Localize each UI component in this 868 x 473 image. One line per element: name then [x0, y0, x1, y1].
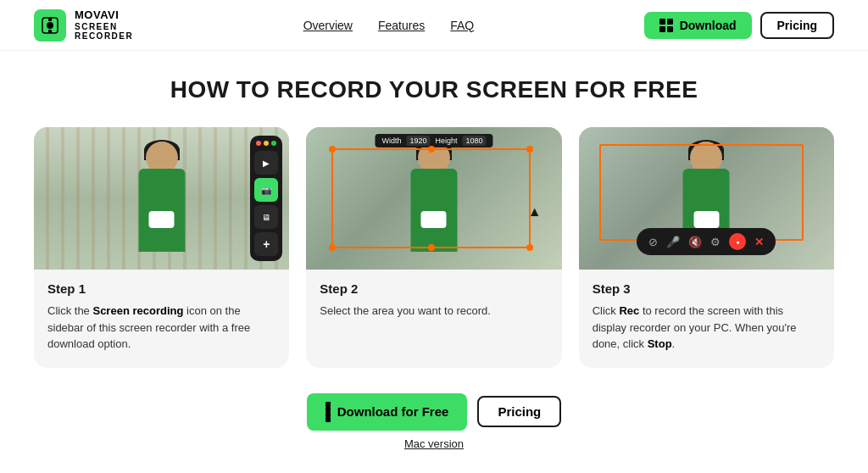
svg-point-1 [47, 22, 53, 29]
step-2-content: Step 2 Select the area you want to recor… [306, 270, 561, 335]
body-1 [138, 169, 185, 252]
download-free-label: Download for Free [337, 404, 449, 419]
logo-sub1: SCREEN [75, 22, 133, 31]
main-content: HOW TO RECORD YOUR SCREEN FOR FREE [0, 51, 868, 467]
logo-text: MOVAVI SCREEN RECORDER [75, 9, 133, 40]
step-3-text: Click Rec to record the screen with this… [593, 303, 821, 353]
sidebar-icon-4: + [254, 232, 278, 256]
plus-icon: + [263, 237, 270, 251]
sidebar-icon-1: ▶ [254, 151, 278, 175]
step-1-text: Click the Screen recording icon on the s… [47, 303, 275, 353]
steps-grid: ▶ 📷 🖥 + Step 1 Click the Screen rec [34, 127, 834, 368]
step-1-label: Step 1 [47, 281, 275, 296]
step-2-image: Width 1920 Height 1080 ▲ [306, 127, 561, 270]
close-recording-icon: ✕ [754, 236, 764, 248]
settings-icon: ⚙ [710, 236, 721, 248]
selection-outline-3 [599, 144, 804, 241]
height-label: Height [435, 136, 457, 145]
windows-icon-cta [326, 402, 331, 422]
pricing-cta-button[interactable]: Pricing [477, 396, 561, 427]
sidebar-ui-overlay: ▶ 📷 🖥 + [250, 136, 282, 261]
selection-rectangle [331, 148, 531, 248]
header-buttons: Download Pricing [644, 12, 834, 39]
height-value: 1080 [463, 136, 487, 146]
header-download-label: Download [680, 19, 737, 32]
main-nav: Overview Features FAQ [303, 19, 475, 32]
step3-text-post: . [672, 337, 676, 350]
header: MOVAVI SCREEN RECORDER Overview Features… [0, 0, 868, 51]
stop-icon: ⊘ [648, 236, 658, 248]
cta-buttons: Download for Free Pricing [307, 393, 562, 431]
step-1-image: ▶ 📷 🖥 + [34, 127, 289, 270]
window-controls [256, 141, 276, 146]
cta-area: Download for Free Pricing Mac version [34, 393, 834, 450]
download-free-button[interactable]: Download for Free [307, 393, 468, 431]
page-title: HOW TO RECORD YOUR SCREEN FOR FREE [34, 76, 834, 103]
step-2-label: Step 2 [320, 281, 548, 296]
step3-text-bold2: Stop [648, 337, 672, 350]
rec-dot: ● [736, 239, 739, 245]
person-figure-1 [79, 142, 245, 270]
min-dot [264, 141, 269, 146]
windows-icon [659, 19, 673, 32]
sidebar-icon-2: 📷 [254, 178, 278, 202]
step-1-card: ▶ 📷 🖥 + Step 1 Click the Screen rec [34, 127, 289, 368]
step3-text-pre: Click [593, 304, 620, 317]
step1-text-pre: Click the [47, 304, 92, 317]
arrow-icon: ▶ [263, 159, 270, 168]
nav-faq[interactable]: FAQ [450, 19, 474, 32]
logo-sub2: RECORDER [75, 31, 133, 41]
step-3-label: Step 3 [593, 281, 821, 296]
cursor-icon: ▲ [528, 204, 542, 220]
logo-brand: MOVAVI [75, 9, 133, 21]
width-label: Width [381, 136, 401, 145]
nav-features[interactable]: Features [378, 19, 425, 32]
svg-rect-2 [48, 18, 52, 21]
handle-bm [428, 244, 435, 251]
step-3-content: Step 3 Click Rec to record the screen wi… [579, 270, 834, 368]
record-button: ● [729, 233, 746, 250]
logo-icon [34, 9, 66, 42]
mute-icon: 🔇 [688, 236, 702, 248]
mac-version-link[interactable]: Mac version [404, 437, 464, 450]
step-1-content: Step 1 Click the Screen recording icon o… [34, 270, 289, 368]
mic-icon: 🎤 [666, 236, 680, 248]
shirt-1 [149, 211, 175, 228]
nav-overview[interactable]: Overview [303, 19, 353, 32]
header-download-button[interactable]: Download [644, 12, 752, 39]
step1-text-bold: Screen recording [92, 304, 183, 317]
camera-icon: 📷 [261, 186, 271, 195]
close-dot [256, 141, 261, 146]
max-dot [271, 141, 276, 146]
screen-icon: 🖥 [262, 213, 270, 222]
step-2-card: Width 1920 Height 1080 ▲ Step 2 Select t… [306, 127, 561, 368]
svg-rect-3 [48, 30, 52, 33]
header-pricing-button[interactable]: Pricing [760, 12, 834, 39]
logo-area: MOVAVI SCREEN RECORDER [34, 9, 133, 42]
sidebar-icon-3: 🖥 [254, 205, 278, 229]
step3-text-bold: Rec [619, 304, 639, 317]
step-2-text: Select the area you want to record. [320, 303, 548, 320]
step-3-image: ⊘ 🎤 🔇 ⚙ ● ✕ [579, 127, 834, 270]
step-3-card: ⊘ 🎤 🔇 ⚙ ● ✕ Step 3 Click Rec to record t… [579, 127, 834, 368]
width-value: 1920 [406, 136, 430, 146]
handle-tm [428, 146, 435, 153]
recording-toolbar: ⊘ 🎤 🔇 ⚙ ● ✕ [637, 228, 776, 255]
size-bar: Width 1920 Height 1080 [375, 134, 492, 147]
